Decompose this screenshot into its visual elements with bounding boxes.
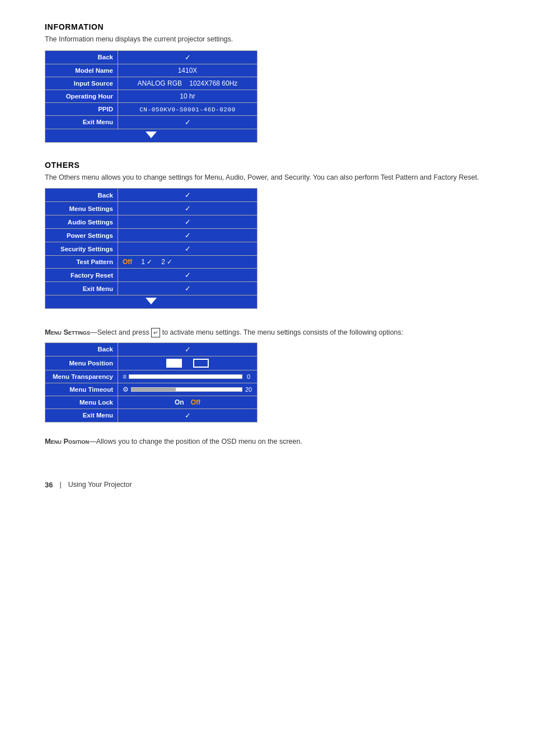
table-row-position: Menu Position <box>45 356 257 370</box>
menu-settings-intro: Menu Settings—Select and press ↵ to acti… <box>45 327 489 338</box>
test-pattern-options: Off 1 ✓ 2 ✓ <box>123 258 252 266</box>
transparency-bar <box>129 374 242 379</box>
row-value: ≡ 0 <box>118 370 257 383</box>
row-label: Exit Menu <box>45 115 118 129</box>
table-row-lock: Menu Lock On Off <box>45 396 257 408</box>
menu-position-options <box>123 359 252 368</box>
row-label: Back <box>45 189 118 202</box>
row-value: On Off <box>118 396 257 408</box>
table-row: Back ✓ <box>45 342 257 356</box>
down-arrow-icon <box>146 132 157 138</box>
menu-position-desc: Menu Position—Allows you to change the p… <box>45 436 489 447</box>
page-number: 36 <box>45 481 53 489</box>
timeout-bar-fill <box>132 388 176 391</box>
position-box-selected <box>166 359 182 368</box>
lock-off-label: Off <box>191 398 200 406</box>
information-section: INFORMATION The Information menu display… <box>45 22 489 143</box>
others-section: OTHERS The Others menu allows you to cha… <box>45 161 489 309</box>
row-value: ✓ <box>118 229 257 242</box>
down-arrow-icon <box>146 298 157 304</box>
table-row: Back ✓ <box>45 50 257 64</box>
menu-position-label: Menu Position <box>45 437 89 445</box>
timeout-value: 20 <box>245 386 252 393</box>
row-label: Audio Settings <box>45 215 118 229</box>
table-row: PPID CN-050KV0-S0001-46D-0200 <box>45 102 257 115</box>
row-label: Menu Timeout <box>45 383 118 396</box>
enter-icon: ↵ <box>151 328 160 337</box>
row-label: Model Name <box>45 64 118 77</box>
timeout-control: ⚙ 20 <box>123 386 252 393</box>
row-value: ✓ <box>118 269 257 282</box>
position-box-unselected <box>193 359 209 368</box>
table-arrow-row <box>45 295 257 309</box>
row-label: Factory Reset <box>45 269 118 282</box>
table-row-transparency: Menu Transparency ≡ 0 <box>45 370 257 383</box>
menu-settings-section: Menu Settings—Select and press ↵ to acti… <box>45 327 489 447</box>
row-label: Test Pattern <box>45 256 118 269</box>
table-row-test: Test Pattern Off 1 ✓ 2 ✓ <box>45 256 257 269</box>
row-value: ✓ <box>118 282 257 295</box>
menu-settings-dash: —Select and press <box>90 328 151 336</box>
table-row: Factory Reset ✓ <box>45 269 257 282</box>
test-2-label: 2 ✓ <box>161 258 172 266</box>
row-label: Exit Menu <box>45 282 118 295</box>
row-value: ✓ <box>118 189 257 202</box>
row-label: Menu Position <box>45 356 118 370</box>
lock-on-label: On <box>175 398 184 406</box>
table-row: Power Settings ✓ <box>45 229 257 242</box>
footer-separator: | <box>59 481 61 489</box>
row-value: ✓ <box>118 242 257 256</box>
row-label: Security Settings <box>45 242 118 256</box>
row-value: ✓ <box>118 115 257 129</box>
row-label: Menu Lock <box>45 396 118 408</box>
table-row-timeout: Menu Timeout ⚙ 20 <box>45 383 257 396</box>
table-row: Exit Menu ✓ <box>45 408 257 422</box>
row-label: Exit Menu <box>45 408 118 422</box>
row-label: Power Settings <box>45 229 118 242</box>
table-row: Operating Hour 10 hr <box>45 90 257 102</box>
table-row: Model Name 1410X <box>45 64 257 77</box>
table-row: Audio Settings ✓ <box>45 215 257 229</box>
row-value: Off 1 ✓ 2 ✓ <box>118 256 257 269</box>
information-desc: The Information menu displays the curren… <box>45 35 489 45</box>
others-table: Back ✓ Menu Settings ✓ Audio Settings ✓ … <box>45 188 257 309</box>
transparency-icon: ≡ <box>123 373 127 381</box>
timeout-icon: ⚙ <box>123 386 129 393</box>
row-label: Operating Hour <box>45 90 118 102</box>
information-table: Back ✓ Model Name 1410X Input Source ANA… <box>45 50 257 143</box>
row-value: ✓ <box>118 408 257 422</box>
others-title: OTHERS <box>45 161 489 170</box>
table-arrow-row <box>45 129 257 142</box>
menu-settings-table: Back ✓ Menu Position Menu Transparency ≡… <box>45 342 257 422</box>
row-label: Back <box>45 50 118 64</box>
row-value: ✓ <box>118 215 257 229</box>
table-row: Menu Settings ✓ <box>45 202 257 215</box>
row-label: Menu Settings <box>45 202 118 215</box>
row-value: CN-050KV0-S0001-46D-0200 <box>118 102 257 115</box>
others-desc: The Others menu allows you to change set… <box>45 173 489 183</box>
table-row: Input Source ANALOG RGB 1024X768 60Hz <box>45 77 257 90</box>
table-row: Exit Menu ✓ <box>45 115 257 129</box>
row-value: 10 hr <box>118 90 257 102</box>
row-value: ⚙ 20 <box>118 383 257 396</box>
test-1-label: 1 ✓ <box>141 258 152 266</box>
row-label: Input Source <box>45 77 118 90</box>
row-label: PPID <box>45 102 118 115</box>
timeout-bar <box>131 387 242 392</box>
menu-position-dash: — <box>89 438 96 445</box>
information-title: INFORMATION <box>45 22 489 31</box>
test-off-label: Off <box>123 258 132 266</box>
row-value: 1410X <box>118 64 257 77</box>
page-footer: 36 | Using Your Projector <box>45 481 489 489</box>
transparency-value: 0 <box>245 373 252 380</box>
row-value: ✓ <box>118 202 257 215</box>
row-value <box>118 356 257 370</box>
menu-position-text: Allows you to change the position of the… <box>96 438 302 445</box>
row-value: ANALOG RGB 1024X768 60Hz <box>118 77 257 90</box>
row-value: ✓ <box>118 342 257 356</box>
table-row: Back ✓ <box>45 189 257 202</box>
menu-lock-options: On Off <box>123 398 252 406</box>
table-row: Exit Menu ✓ <box>45 282 257 295</box>
table-row: Security Settings ✓ <box>45 242 257 256</box>
row-value: ✓ <box>118 50 257 64</box>
